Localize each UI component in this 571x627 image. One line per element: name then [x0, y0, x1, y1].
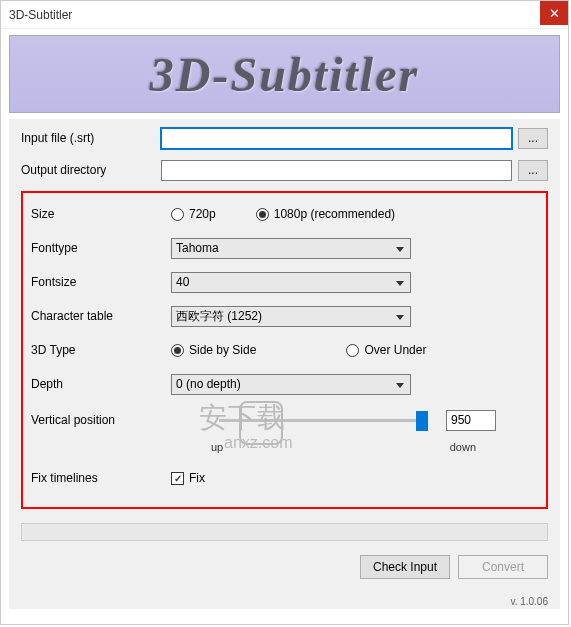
close-button[interactable]: ✕ — [540, 1, 568, 25]
fonttype-value: Tahoma — [176, 241, 219, 255]
output-dir-field[interactable] — [161, 160, 512, 181]
type3d-ou-label: Over Under — [364, 343, 426, 357]
window-title: 3D-Subtitler — [9, 8, 72, 22]
type3d-label: 3D Type — [31, 343, 171, 357]
chartable-label: Character table — [31, 309, 171, 323]
settings-box: Size 720p 1080p (recommended) Fonttype T… — [21, 191, 548, 509]
chartable-select[interactable]: 西欧字符 (1252) — [171, 306, 411, 327]
radio-icon — [346, 344, 359, 357]
fix-checkbox[interactable]: Fix — [171, 471, 205, 485]
vpos-row: Vertical position — [31, 409, 538, 431]
input-file-browse-button[interactable]: ... — [518, 128, 548, 149]
banner: 3D-Subtitler — [9, 35, 560, 113]
radio-icon — [256, 208, 269, 221]
fonttype-select[interactable]: Tahoma — [171, 238, 411, 259]
radio-icon — [171, 344, 184, 357]
chartable-value: 西欧字符 (1252) — [176, 308, 262, 325]
chartable-row: Character table 西欧字符 (1252) — [31, 305, 538, 327]
size-row: Size 720p 1080p (recommended) — [31, 203, 538, 225]
input-file-row: Input file (.srt) ... — [21, 127, 548, 149]
vpos-slider-labels: up down — [211, 441, 476, 453]
type3d-ou-radio[interactable]: Over Under — [346, 343, 426, 357]
action-buttons: Check Input Convert — [21, 555, 548, 579]
vpos-label: Vertical position — [31, 413, 171, 427]
size-720p-radio[interactable]: 720p — [171, 207, 216, 221]
check-input-button[interactable]: Check Input — [360, 555, 450, 579]
type3d-sbs-radio[interactable]: Side by Side — [171, 343, 256, 357]
size-720p-label: 720p — [189, 207, 216, 221]
vpos-down-label: down — [450, 441, 476, 453]
type3d-radio-group: Side by Side Over Under — [171, 343, 466, 357]
depth-label: Depth — [31, 377, 171, 391]
input-file-label: Input file (.srt) — [21, 131, 161, 145]
fontsize-label: Fontsize — [31, 275, 171, 289]
size-radio-group: 720p 1080p (recommended) — [171, 207, 435, 221]
input-file-field[interactable] — [161, 128, 512, 149]
depth-select[interactable]: 0 (no depth) — [171, 374, 411, 395]
fontsize-select[interactable]: 40 — [171, 272, 411, 293]
output-dir-label: Output directory — [21, 163, 161, 177]
close-icon: ✕ — [549, 6, 560, 21]
radio-icon — [171, 208, 184, 221]
vpos-up-label: up — [211, 441, 223, 453]
content-area: Input file (.srt) ... Output directory .… — [9, 119, 560, 609]
output-dir-row: Output directory ... — [21, 159, 548, 181]
vpos-slider[interactable] — [219, 419, 428, 422]
checkbox-icon — [171, 472, 184, 485]
fix-label: Fix — [189, 471, 205, 485]
size-label: Size — [31, 207, 171, 221]
fontsize-row: Fontsize 40 — [31, 271, 538, 293]
vpos-value-field[interactable] — [446, 410, 496, 431]
convert-button: Convert — [458, 555, 548, 579]
type3d-sbs-label: Side by Side — [189, 343, 256, 357]
version-label: v. 1.0.06 — [510, 596, 548, 607]
depth-value: 0 (no depth) — [176, 377, 241, 391]
vpos-slider-container — [171, 419, 436, 422]
titlebar: 3D-Subtitler ✕ — [1, 1, 568, 29]
size-1080p-label: 1080p (recommended) — [274, 207, 395, 221]
fixtimelines-row: Fix timelines Fix — [31, 467, 538, 489]
type3d-row: 3D Type Side by Side Over Under — [31, 339, 538, 361]
depth-row: Depth 0 (no depth) — [31, 373, 538, 395]
output-dir-browse-button[interactable]: ... — [518, 160, 548, 181]
fonttype-row: Fonttype Tahoma — [31, 237, 538, 259]
size-1080p-radio[interactable]: 1080p (recommended) — [256, 207, 395, 221]
progress-bar — [21, 523, 548, 541]
banner-text: 3D-Subtitler — [150, 47, 419, 102]
slider-thumb[interactable] — [416, 411, 428, 431]
fonttype-label: Fonttype — [31, 241, 171, 255]
fontsize-value: 40 — [176, 275, 189, 289]
fixtimelines-label: Fix timelines — [31, 471, 171, 485]
app-window: 3D-Subtitler ✕ 3D-Subtitler Input file (… — [0, 0, 569, 625]
